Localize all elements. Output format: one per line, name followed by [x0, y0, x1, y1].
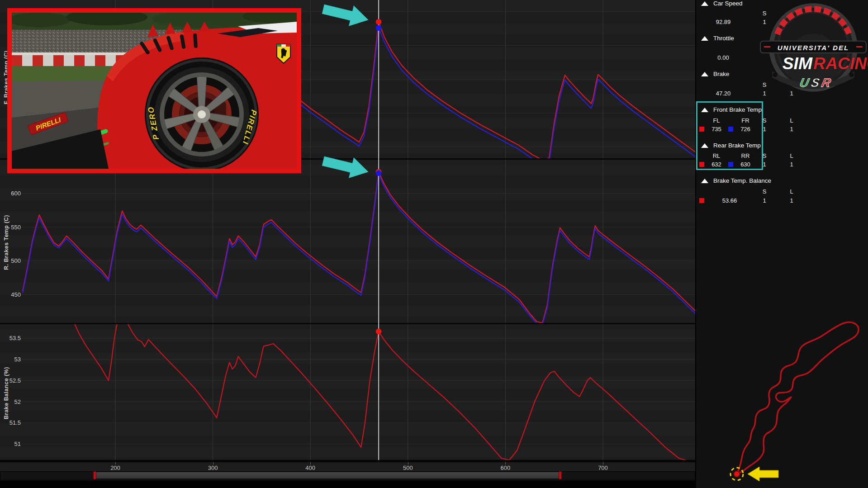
y-tick-label: 53 — [14, 356, 21, 363]
x-tick-label: 600 — [495, 464, 515, 471]
legend-square-rr — [728, 162, 733, 167]
channels-sidebar: Car Speed S L 92.89 1 1 Throttle 0.00 Br… — [695, 0, 868, 488]
balance-s: 1 — [760, 197, 768, 204]
y-tick-label: 500 — [11, 257, 21, 264]
column-header-rl: RL — [708, 152, 725, 159]
track-outline — [738, 322, 859, 472]
car-photo-inset: P ZERO PIRELLI — [7, 8, 301, 173]
channel-label-car-speed[interactable]: Car Speed — [713, 0, 743, 7]
collapse-triangle-icon[interactable] — [701, 143, 708, 148]
logo-line1: UNIVERSITA' DEL — [778, 44, 849, 52]
collapse-triangle-icon[interactable] — [701, 36, 708, 41]
column-header-l: L — [787, 152, 796, 159]
series-line-FL — [297, 22, 695, 160]
cursor-marker-0-1 — [376, 25, 382, 31]
channel-label-throttle[interactable]: Throttle — [713, 35, 734, 42]
column-header-l: L — [787, 117, 796, 124]
column-header-s: S — [760, 188, 768, 195]
x-tick-label: 300 — [203, 464, 223, 471]
collapse-triangle-icon[interactable] — [701, 179, 708, 183]
y-tick-label: 53.5 — [9, 335, 21, 341]
panel-separator — [0, 323, 695, 324]
range-scrollbar[interactable] — [0, 471, 695, 479]
cyan-arrow-annotation — [320, 0, 371, 31]
scrollbar-thumb[interactable] — [95, 472, 560, 479]
y-tick-label: 52.5 — [9, 377, 21, 384]
legend-square-fr — [728, 127, 733, 132]
car-position-marker — [734, 471, 740, 477]
cursor-marker-1-1 — [376, 171, 382, 176]
x-axis-strip: 200300400500600700 — [0, 461, 695, 471]
column-header-rr: RR — [737, 152, 754, 159]
brake-value: 47.20 — [706, 90, 740, 97]
series-line-RR — [23, 174, 695, 325]
cyan-arrow-annotation — [320, 151, 371, 183]
chart-region: 4505005506005151.55252.55353.5 F. Brakes… — [0, 0, 695, 461]
rear-temp-s: 1 — [760, 161, 768, 168]
channel-label-rear-brake-temp[interactable]: Rear Brake Temp — [713, 142, 761, 149]
y-tick-label: 550 — [11, 224, 21, 231]
channel-label-front-brake-temp[interactable]: Front Brake Temp — [713, 106, 762, 113]
y-tick-label: 51.5 — [9, 419, 21, 426]
y-tick-label: 51 — [14, 441, 21, 447]
logo-racing: RACING — [813, 54, 868, 73]
front-temp-l: 1 — [787, 126, 796, 133]
front-wheel: P ZERO PIRELLI — [145, 57, 259, 169]
y-tick-label: 52 — [14, 398, 21, 405]
scrollbar-right-handle[interactable] — [559, 471, 562, 479]
front-left-temp-value: 735 — [708, 126, 725, 133]
column-header-s: S — [760, 152, 768, 159]
front-right-temp-value: 726 — [737, 126, 754, 133]
brake-temp-balance-value: 53.66 — [712, 197, 747, 204]
column-header-s: S — [760, 117, 768, 124]
logo-sim: SIM — [783, 54, 813, 73]
x-tick-label: 700 — [593, 464, 613, 471]
usr-team-logo: UNIVERSITA' DEL SIM RACING U S R — [759, 2, 868, 97]
balance-l: 1 — [787, 197, 796, 204]
legend-square-balance — [699, 198, 704, 203]
telemetry-app: 4505005506005151.55252.55353.5 F. Brakes… — [0, 0, 868, 488]
collapse-triangle-icon[interactable] — [701, 1, 708, 6]
x-tick-label: 400 — [300, 464, 320, 471]
bottom-strip — [0, 480, 695, 488]
column-header-fr: FR — [737, 117, 754, 124]
car-photo-illustration: P ZERO PIRELLI — [12, 13, 297, 169]
throttle-value: 0.00 — [706, 54, 740, 61]
collapse-triangle-icon[interactable] — [701, 108, 708, 112]
cursor-marker-0-0 — [376, 19, 382, 25]
x-tick-label: 500 — [398, 464, 418, 471]
series-line-Balance — [73, 322, 695, 462]
usr-badge: U S R — [798, 76, 832, 90]
rear-left-temp-value: 632 — [708, 161, 725, 168]
car-speed-value: 92.89 — [706, 19, 740, 25]
channel-label-brake[interactable]: Brake — [713, 71, 729, 77]
legend-square-fl — [699, 127, 704, 132]
cursor-marker-2-0 — [376, 329, 382, 335]
rear-temp-l: 1 — [787, 161, 796, 168]
yellow-arrow-annotation — [748, 467, 778, 481]
scrollbar-left-handle[interactable] — [93, 471, 96, 479]
channel-label-brake-temp-balance[interactable]: Brake Temp. Balance — [713, 177, 771, 184]
column-header-fl: FL — [708, 117, 725, 124]
series-line-RL — [23, 172, 695, 323]
column-header-l: L — [787, 188, 796, 195]
y-tick-label: 600 — [11, 190, 21, 197]
track-map — [728, 314, 868, 488]
legend-square-rl — [699, 162, 704, 167]
series-line-FR — [297, 28, 695, 165]
y-tick-label: 450 — [11, 291, 21, 298]
front-temp-s: 1 — [760, 126, 768, 133]
x-tick-label: 200 — [105, 464, 125, 471]
rear-right-temp-value: 630 — [737, 161, 754, 168]
collapse-triangle-icon[interactable] — [701, 72, 708, 76]
